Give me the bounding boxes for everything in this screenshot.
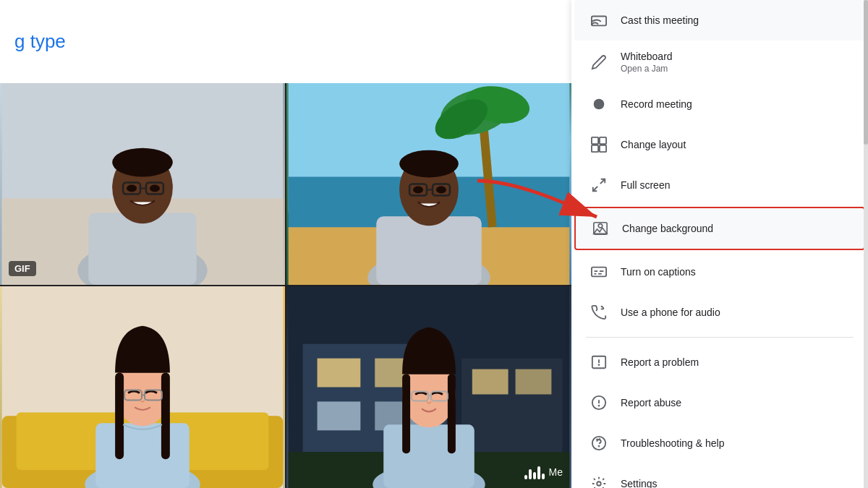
svg-point-11 bbox=[112, 148, 173, 177]
menu-item-layout[interactable]: Change layout bbox=[574, 124, 865, 165]
svg-point-86 bbox=[597, 481, 601, 486]
menu-text-settings: Settings bbox=[621, 478, 851, 488]
me-label: Me bbox=[549, 466, 563, 478]
report-problem-icon bbox=[589, 352, 609, 372]
svg-rect-73 bbox=[592, 267, 606, 277]
menu-item-record[interactable]: Record meeting bbox=[574, 84, 865, 124]
captions-icon bbox=[589, 262, 609, 282]
menu-text-record: Record meeting bbox=[621, 98, 851, 110]
svg-rect-53 bbox=[383, 424, 475, 488]
menu-text-layout: Change layout bbox=[621, 139, 851, 150]
svg-point-80 bbox=[599, 364, 600, 365]
menu-label-troubleshooting: Troubleshooting & help bbox=[621, 437, 851, 449]
phone-icon bbox=[589, 302, 609, 322]
menu-text-whiteboard: Whiteboard Open a Jam bbox=[621, 51, 851, 74]
svg-rect-38 bbox=[161, 373, 170, 460]
menu-text-troubleshooting: Troubleshooting & help bbox=[621, 437, 851, 449]
record-icon bbox=[589, 94, 609, 114]
menu-label-whiteboard: Whiteboard bbox=[621, 51, 851, 62]
menu-text-report-problem: Report a problem bbox=[621, 356, 851, 368]
svg-rect-45 bbox=[318, 359, 361, 388]
svg-rect-68 bbox=[600, 145, 606, 152]
svg-rect-3 bbox=[88, 213, 196, 285]
help-icon bbox=[589, 433, 609, 453]
scrollbar-thumb[interactable] bbox=[864, 0, 868, 145]
video-area: g type bbox=[0, 0, 571, 488]
svg-point-83 bbox=[599, 406, 600, 406]
menu-item-whiteboard[interactable]: Whiteboard Open a Jam bbox=[574, 40, 865, 84]
menu-text-background: Change background bbox=[622, 223, 849, 234]
me-badge: Me bbox=[524, 465, 563, 479]
menu-text-phone-audio: Use a phone for audio bbox=[621, 307, 851, 318]
video-cell-2 bbox=[286, 83, 571, 285]
svg-point-85 bbox=[599, 446, 600, 447]
menu-item-fullscreen[interactable]: Full screen bbox=[574, 165, 865, 205]
abuse-icon bbox=[589, 393, 609, 413]
svg-point-9 bbox=[127, 184, 137, 192]
video-cell-1: GIF bbox=[0, 83, 285, 285]
menu-divider-1 bbox=[586, 337, 854, 338]
svg-rect-37 bbox=[115, 373, 124, 460]
video-cell-3 bbox=[0, 286, 285, 488]
svg-point-64 bbox=[594, 99, 605, 110]
audio-indicator bbox=[524, 465, 545, 479]
background-icon bbox=[590, 218, 610, 239]
menu-text-cast: Cast this meeting bbox=[621, 14, 851, 26]
svg-line-69 bbox=[600, 179, 605, 184]
menu-label-background: Change background bbox=[622, 223, 849, 234]
video-grid: GIF bbox=[0, 83, 571, 488]
menu-label-layout: Change layout bbox=[621, 139, 851, 150]
svg-point-26 bbox=[413, 186, 423, 193]
menu-label-settings: Settings bbox=[621, 478, 851, 488]
video-cell-4: Me bbox=[286, 286, 571, 488]
svg-rect-67 bbox=[592, 145, 598, 152]
menu-item-report-problem[interactable]: Report a problem bbox=[574, 342, 865, 382]
menu-panel: Cast this meeting Whiteboard Open a Jam … bbox=[571, 0, 868, 488]
svg-rect-56 bbox=[402, 374, 410, 454]
menu-item-phone-audio[interactable]: Use a phone for audio bbox=[574, 292, 865, 333]
cast-icon bbox=[589, 10, 609, 30]
svg-rect-57 bbox=[448, 374, 456, 454]
menu-item-captions[interactable]: Turn on captions bbox=[574, 252, 865, 292]
svg-rect-49 bbox=[472, 369, 509, 395]
svg-point-27 bbox=[436, 186, 446, 193]
menu-label-phone-audio: Use a phone for audio bbox=[621, 307, 851, 318]
menu-label-report-abuse: Report abuse bbox=[621, 397, 851, 408]
menu-item-background[interactable]: Change background bbox=[574, 207, 865, 250]
menu-sublabel-whiteboard: Open a Jam bbox=[621, 64, 851, 74]
svg-point-10 bbox=[150, 184, 160, 192]
settings-icon bbox=[589, 474, 609, 488]
svg-rect-34 bbox=[95, 423, 190, 488]
page-title: g type bbox=[14, 30, 66, 53]
gif-badge: GIF bbox=[9, 261, 36, 276]
menu-item-settings[interactable]: Settings bbox=[574, 463, 865, 488]
svg-point-28 bbox=[399, 150, 459, 178]
menu-label-fullscreen: Full screen bbox=[621, 179, 851, 191]
svg-point-63 bbox=[591, 24, 592, 25]
menu-label-cast: Cast this meeting bbox=[621, 14, 851, 26]
whiteboard-icon bbox=[589, 52, 609, 72]
layout-icon bbox=[589, 134, 609, 155]
menu-label-report-problem: Report a problem bbox=[621, 356, 851, 368]
menu-text-captions: Turn on captions bbox=[621, 266, 851, 278]
menu-text-report-abuse: Report abuse bbox=[621, 397, 851, 408]
menu-label-record: Record meeting bbox=[621, 98, 851, 110]
menu-item-troubleshooting[interactable]: Troubleshooting & help bbox=[574, 423, 865, 463]
svg-rect-20 bbox=[376, 216, 481, 285]
svg-rect-50 bbox=[516, 369, 552, 395]
fullscreen-icon bbox=[589, 175, 609, 195]
svg-point-71 bbox=[598, 224, 603, 228]
svg-rect-65 bbox=[592, 137, 598, 144]
menu-text-fullscreen: Full screen bbox=[621, 179, 851, 191]
scrollbar[interactable] bbox=[864, 0, 868, 488]
svg-rect-47 bbox=[318, 401, 361, 430]
svg-line-70 bbox=[593, 187, 597, 191]
svg-rect-66 bbox=[600, 137, 606, 144]
menu-label-captions: Turn on captions bbox=[621, 266, 851, 278]
menu-item-cast[interactable]: Cast this meeting bbox=[574, 0, 865, 40]
menu-item-report-abuse[interactable]: Report abuse bbox=[574, 382, 865, 423]
top-bar: g type bbox=[0, 0, 571, 83]
